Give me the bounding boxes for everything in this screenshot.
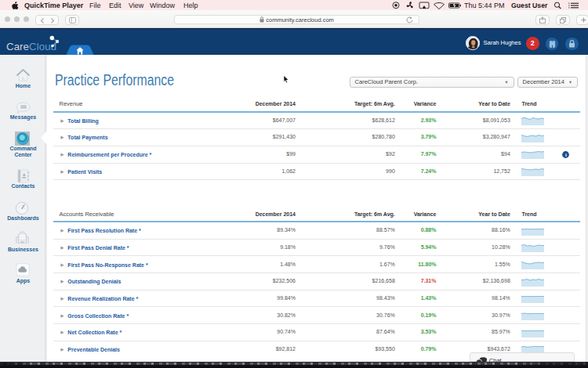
svg-text:i: i xyxy=(564,152,566,157)
